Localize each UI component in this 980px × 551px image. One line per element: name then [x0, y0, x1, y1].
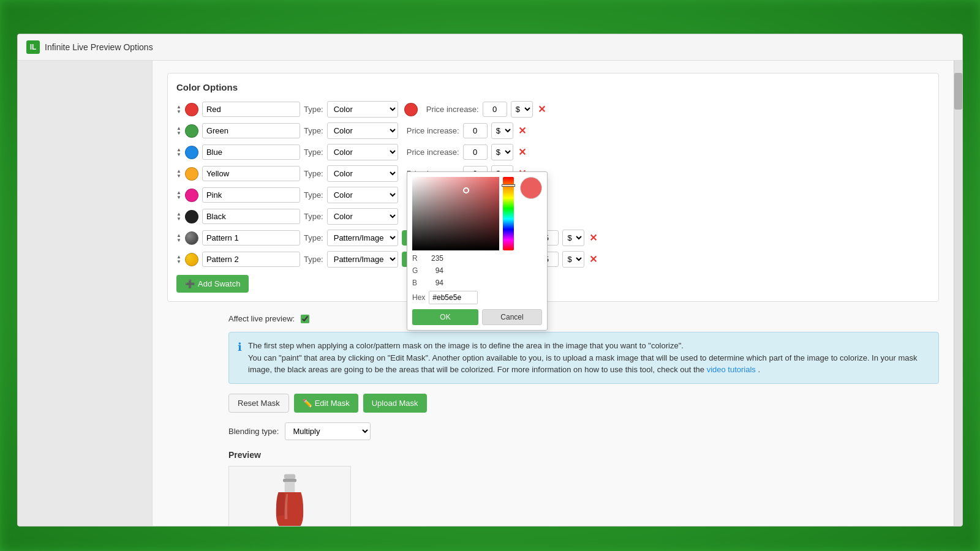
swatch-name-yellow[interactable] [202, 166, 300, 181]
reset-mask-button[interactable]: Reset Mask [228, 394, 289, 413]
hex-input[interactable] [429, 291, 478, 304]
delete-btn-red[interactable]: ✕ [537, 103, 547, 115]
hex-row: Hex [412, 291, 542, 304]
type-label-pink: Type: [304, 190, 323, 200]
info-text: The first step when applying a color/pat… [248, 340, 930, 376]
type-label-red: Type: [304, 105, 323, 114]
price-input-blue[interactable] [463, 144, 488, 160]
hue-indicator [502, 184, 515, 187]
currency-select-pattern1[interactable]: $ [562, 230, 584, 246]
section-title: Color Options [176, 82, 930, 92]
sort-arrows-pattern1[interactable]: ▲▼ [176, 233, 181, 243]
currency-select-red[interactable]: $ [511, 101, 533, 118]
swatch-name-green[interactable] [202, 123, 300, 138]
sort-arrows-green[interactable]: ▲▼ [176, 126, 181, 136]
currency-select-pattern2[interactable]: $ [562, 251, 584, 268]
swatch-row-pink: ▲▼ Type: ColorPattern/Image Price increa… [176, 187, 930, 203]
swatch-name-blue[interactable] [202, 144, 300, 160]
r-label: R [412, 254, 420, 263]
swatch-name-pattern2[interactable] [202, 252, 300, 267]
swatch-name-black[interactable] [202, 209, 300, 224]
app-icon: IL [26, 40, 40, 54]
rgb-g-row: G 94 [412, 266, 542, 275]
currency-select-green[interactable]: $ [491, 122, 513, 139]
type-select-pattern1[interactable]: Pattern/ImageColor [327, 230, 398, 246]
lower-section: Affect live preview: ℹ The first step wh… [167, 314, 939, 526]
sort-arrows-yellow[interactable]: ▲▼ [176, 169, 181, 179]
scrollbar-thumb[interactable] [954, 73, 962, 110]
window: IL Infinite Live Preview Options Color O… [17, 34, 963, 527]
swatch-name-red[interactable] [202, 102, 300, 117]
affect-label: Affect live preview: [228, 314, 295, 323]
scrollbar[interactable] [954, 61, 962, 526]
price-label-blue: Price increase: [407, 148, 459, 157]
type-select-blue[interactable]: ColorPattern/Image [327, 144, 398, 160]
color-dot-yellow[interactable] [185, 167, 198, 181]
info-text-2: You can "paint" that area by clicking on… [248, 353, 918, 375]
color-gradient-canvas[interactable] [412, 177, 499, 250]
info-icon: ℹ [238, 340, 242, 376]
affect-preview-checkbox[interactable] [301, 315, 309, 323]
delete-btn-blue[interactable]: ✕ [517, 146, 527, 158]
swatch-name-pattern1[interactable] [202, 230, 300, 246]
main-content: Color Options ▲▼ Type: ColorPattern/Imag… [18, 61, 962, 526]
type-select-pink[interactable]: ColorPattern/Image [327, 187, 398, 203]
type-select-red[interactable]: ColorPattern/Image [327, 101, 398, 118]
pencil-icon: ✏️ [303, 399, 312, 408]
affect-preview-row: Affect live preview: [167, 314, 939, 323]
color-dot-red[interactable] [185, 103, 198, 116]
svg-rect-2 [285, 482, 295, 492]
price-input-red[interactable] [483, 102, 507, 117]
sort-arrows-red[interactable]: ▲▼ [176, 105, 181, 114]
sort-arrows-blue[interactable]: ▲▼ [176, 148, 181, 157]
color-swatch-red[interactable] [404, 103, 418, 116]
blending-label: Blending type: [228, 427, 279, 436]
edit-mask-button[interactable]: ✏️ Edit Mask [294, 394, 358, 413]
type-select-black[interactable]: ColorPattern/Image [327, 208, 398, 225]
hue-bar[interactable] [503, 177, 514, 250]
type-select-green[interactable]: ColorPattern/Image [327, 122, 398, 139]
price-label-red: Price increase: [426, 105, 479, 114]
preview-image-area [228, 466, 351, 527]
title-bar: IL Infinite Live Preview Options [18, 34, 962, 61]
add-swatch-label: Add Swatch [198, 279, 240, 288]
delete-btn-pattern1[interactable]: ✕ [588, 232, 598, 244]
color-dot-blue[interactable] [185, 146, 198, 159]
g-value: 94 [421, 266, 443, 275]
picker-ok-button[interactable]: OK [412, 309, 478, 325]
b-value: 94 [421, 279, 443, 287]
swatch-name-pink[interactable] [202, 187, 300, 203]
info-text-end: . [758, 365, 760, 374]
delete-btn-green[interactable]: ✕ [517, 125, 527, 137]
delete-btn-pattern2[interactable]: ✕ [588, 253, 598, 265]
color-dot-pattern2[interactable] [185, 253, 198, 266]
upload-mask-button[interactable]: Upload Mask [363, 394, 427, 413]
type-label-pattern2: Type: [304, 255, 323, 264]
color-dot-pink[interactable] [185, 189, 198, 202]
blending-select[interactable]: Multiply Screen Overlay Normal [285, 422, 371, 440]
currency-select-blue[interactable]: $ [491, 144, 513, 160]
preview-label: Preview [228, 450, 939, 460]
color-dot-pattern1[interactable] [185, 231, 198, 245]
price-input-green[interactable] [463, 123, 488, 138]
sort-arrows-pink[interactable]: ▲▼ [176, 190, 181, 200]
hex-label: Hex [412, 293, 425, 302]
video-tutorials-link[interactable]: video tutorials [707, 365, 756, 374]
picker-cancel-button[interactable]: Cancel [482, 309, 542, 325]
edit-mask-label: Edit Mask [315, 399, 350, 408]
type-label-yellow: Type: [304, 169, 323, 178]
type-select-yellow[interactable]: ColorPattern/Image [327, 165, 398, 182]
color-preview-swatch[interactable] [520, 177, 542, 199]
plus-icon: ➕ [185, 279, 195, 288]
swatch-row-green: ▲▼ Type: ColorPattern/Image Price increa… [176, 122, 930, 139]
add-swatch-button[interactable]: ➕ Add Swatch [176, 275, 249, 293]
swatch-row-red: ▲▼ Type: ColorPattern/Image Price increa… [176, 101, 930, 118]
type-select-pattern2[interactable]: Pattern/ImageColor [327, 251, 398, 268]
sort-arrows-black[interactable]: ▲▼ [176, 212, 181, 222]
rgb-r-row: R 235 [412, 254, 542, 263]
bottle-preview-svg [265, 471, 314, 527]
color-dot-black[interactable] [185, 210, 198, 223]
g-label: G [412, 266, 420, 275]
color-dot-green[interactable] [185, 124, 198, 138]
sort-arrows-pattern2[interactable]: ▲▼ [176, 255, 181, 264]
